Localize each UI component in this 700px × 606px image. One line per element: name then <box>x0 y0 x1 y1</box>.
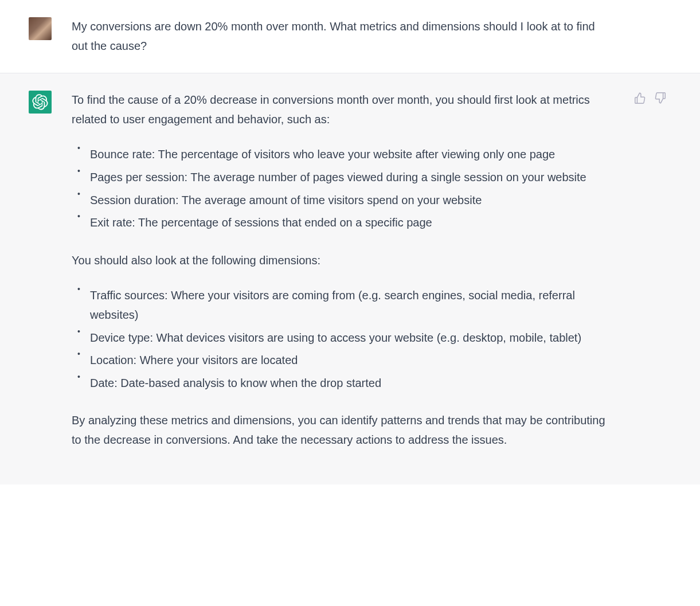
thumbs-up-icon <box>633 92 646 104</box>
assistant-avatar <box>29 91 52 114</box>
list-item: Session duration: The average amount of … <box>90 191 613 210</box>
list-item: Traffic sources: Where your visitors are… <box>90 286 613 324</box>
user-message-row: My conversions are down 20% month over m… <box>0 0 700 73</box>
list-item: Bounce rate: The percentage of visitors … <box>90 145 613 165</box>
dimensions-intro-paragraph: You should also look at the following di… <box>72 251 613 271</box>
user-avatar <box>29 17 52 40</box>
feedback-controls <box>633 92 667 449</box>
user-message-text: My conversions are down 20% month over m… <box>72 17 613 56</box>
assistant-message-row: To find the cause of a 20% decrease in c… <box>0 73 700 484</box>
list-item: Pages per session: The average number of… <box>90 168 613 187</box>
thumbs-down-icon <box>654 92 667 104</box>
list-item: Date: Date-based analysis to know when t… <box>90 374 613 393</box>
list-item: Exit rate: The percentage of sessions th… <box>90 213 613 233</box>
thumbs-up-button[interactable] <box>633 92 646 104</box>
metrics-list: Bounce rate: The percentage of visitors … <box>72 145 613 232</box>
conclusion-paragraph: By analyzing these metrics and dimension… <box>72 411 613 449</box>
user-message-content: My conversions are down 20% month over m… <box>72 17 613 56</box>
list-item: Location: Where your visitors are locate… <box>90 351 613 370</box>
thumbs-down-button[interactable] <box>654 92 667 104</box>
dimensions-list: Traffic sources: Where your visitors are… <box>72 286 613 393</box>
assistant-message-content: To find the cause of a 20% decrease in c… <box>72 91 613 449</box>
assistant-intro-paragraph: To find the cause of a 20% decrease in c… <box>72 91 613 129</box>
openai-logo-icon <box>32 94 48 110</box>
list-item: Device type: What devices visitors are u… <box>90 329 613 348</box>
